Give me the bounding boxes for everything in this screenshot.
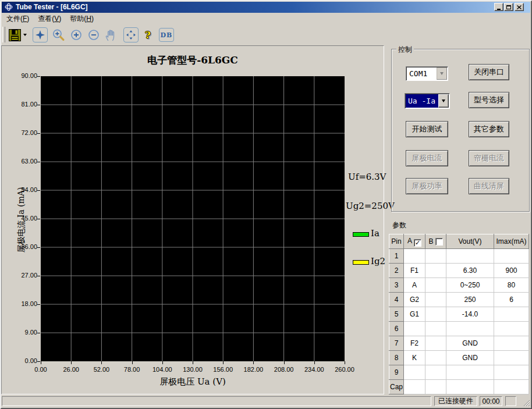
param-row-3: 3A0~25080 bbox=[389, 278, 529, 293]
zoom-tool-button[interactable] bbox=[51, 27, 66, 42]
y-tick-label: 81.00 bbox=[7, 101, 37, 108]
y-tick-mark bbox=[37, 133, 40, 134]
x-tick-mark bbox=[41, 361, 41, 364]
help-button[interactable]: ? bbox=[143, 27, 153, 42]
maximize-button[interactable] bbox=[504, 3, 513, 11]
cell-vout[interactable]: 250 bbox=[446, 293, 494, 307]
minimize-button[interactable] bbox=[494, 3, 503, 11]
col-header-vout: Vout(V) bbox=[446, 234, 494, 249]
cell-a[interactable]: G2 bbox=[404, 293, 425, 307]
cell-b[interactable] bbox=[425, 322, 446, 336]
cell-a[interactable]: F1 bbox=[404, 264, 425, 278]
menu-item-v[interactable]: 查看(V) bbox=[34, 13, 65, 25]
com-port-select[interactable]: COM1 bbox=[406, 66, 448, 81]
cell-a[interactable]: F2 bbox=[404, 336, 425, 351]
cell-imax[interactable] bbox=[494, 351, 529, 365]
cell-b[interactable] bbox=[425, 278, 446, 293]
y-tick-mark bbox=[37, 304, 40, 305]
menu-item-f[interactable]: 文件(F) bbox=[2, 13, 33, 25]
save-dropdown-button[interactable] bbox=[22, 27, 29, 42]
y-tick-label: 90.00 bbox=[7, 72, 37, 79]
resize-grip[interactable] bbox=[523, 399, 530, 406]
pin-cell: 8 bbox=[389, 351, 404, 365]
zoom-out-button[interactable] bbox=[86, 27, 101, 42]
pin-cell: Cap bbox=[389, 380, 404, 394]
cell-imax[interactable] bbox=[494, 365, 529, 380]
button-关闭串口[interactable]: 关闭串口 bbox=[469, 64, 509, 80]
cell-b[interactable] bbox=[425, 351, 446, 365]
save-button[interactable] bbox=[7, 27, 22, 42]
cell-vout[interactable]: 6.30 bbox=[446, 264, 494, 278]
cell-imax[interactable]: 80 bbox=[494, 278, 529, 293]
cell-imax[interactable] bbox=[494, 307, 529, 322]
app-icon bbox=[5, 3, 13, 11]
track-point-button[interactable] bbox=[33, 27, 48, 42]
hand-icon bbox=[104, 29, 118, 42]
cell-imax[interactable] bbox=[494, 336, 529, 351]
cell-b[interactable] bbox=[425, 365, 446, 380]
move-view-button[interactable] bbox=[123, 27, 139, 42]
cell-a[interactable]: G1 bbox=[404, 307, 425, 322]
cell-imax[interactable]: 6 bbox=[494, 293, 529, 307]
maximize-icon bbox=[506, 5, 511, 9]
zoom-in-button[interactable] bbox=[69, 27, 84, 42]
cell-vout[interactable] bbox=[446, 380, 494, 394]
toolbar-gripper[interactable] bbox=[2, 27, 5, 42]
cell-imax[interactable] bbox=[494, 322, 529, 336]
cell-b[interactable] bbox=[425, 380, 446, 394]
menu-bar: 文件(F)查看(V)帮助(H) bbox=[2, 13, 530, 24]
checkbox-a[interactable] bbox=[414, 239, 421, 247]
cell-a[interactable] bbox=[404, 365, 425, 380]
cell-b[interactable] bbox=[425, 293, 446, 307]
status-bar: 已连接硬件 00:00 bbox=[2, 395, 530, 407]
com-dropdown-arrow bbox=[437, 67, 447, 80]
cell-a[interactable]: K bbox=[404, 351, 425, 365]
cell-a[interactable] bbox=[404, 322, 425, 336]
y-tick-mark bbox=[37, 219, 40, 219]
button-开始测试[interactable]: 开始测试 bbox=[406, 121, 448, 137]
app-window: Tube Tester - [6L6GC] 文件(F)查看(V)帮助(H) bbox=[0, 0, 532, 409]
cell-a[interactable] bbox=[404, 380, 425, 394]
database-button[interactable]: DB bbox=[159, 28, 174, 42]
cell-b[interactable] bbox=[425, 249, 446, 264]
params-group-label: 参数 bbox=[392, 220, 406, 230]
cell-vout[interactable]: 0~250 bbox=[446, 278, 494, 293]
mode-dropdown-arrow[interactable] bbox=[438, 94, 449, 108]
pin-cell: 6 bbox=[389, 322, 404, 336]
cell-b[interactable] bbox=[425, 264, 446, 278]
chart-area: 电子管型号-6L6GC 屏极电流 Ia (mA) 屏极电压 Ua (V) 0.0… bbox=[1, 45, 384, 394]
cell-b[interactable] bbox=[425, 307, 446, 322]
cell-vout[interactable]: -14.0 bbox=[446, 307, 494, 322]
cell-imax[interactable] bbox=[494, 249, 529, 264]
cell-imax[interactable]: 900 bbox=[494, 264, 529, 278]
menu-item-h[interactable]: 帮助(H) bbox=[66, 13, 98, 25]
button-其它参数[interactable]: 其它参数 bbox=[469, 121, 509, 137]
pin-cell: 4 bbox=[389, 293, 404, 307]
plot-area[interactable] bbox=[41, 76, 345, 361]
checkbox-b[interactable] bbox=[435, 238, 443, 246]
crosshair-icon bbox=[36, 30, 45, 40]
cell-a[interactable]: A bbox=[404, 278, 425, 293]
param-row-9: 9 bbox=[389, 365, 529, 380]
cell-vout[interactable]: GND bbox=[446, 351, 494, 365]
x-tick-label: 234.00 bbox=[299, 366, 329, 373]
legend-label-ig2: Ig2 bbox=[371, 256, 385, 266]
cell-vout[interactable] bbox=[446, 322, 494, 336]
pin-cell: 2 bbox=[389, 264, 404, 278]
button-型号选择[interactable]: 型号选择 bbox=[469, 92, 509, 108]
cell-vout[interactable] bbox=[446, 249, 494, 264]
x-tick-label: 52.00 bbox=[86, 366, 116, 373]
cell-a[interactable] bbox=[404, 249, 425, 264]
close-button[interactable] bbox=[515, 3, 524, 11]
cell-b[interactable] bbox=[425, 336, 446, 351]
x-tick-mark bbox=[162, 361, 163, 364]
cell-vout[interactable]: GND bbox=[446, 336, 494, 351]
close-icon bbox=[517, 5, 522, 9]
x-tick-label: 0.00 bbox=[26, 366, 56, 373]
mode-select[interactable]: Ua -Ia bbox=[405, 93, 450, 109]
x-tick-mark bbox=[314, 361, 315, 364]
cell-vout[interactable] bbox=[446, 365, 494, 380]
cell-imax[interactable] bbox=[494, 380, 529, 394]
y-tick-label: 9.00 bbox=[7, 329, 37, 336]
pan-hand-button[interactable] bbox=[103, 27, 118, 42]
